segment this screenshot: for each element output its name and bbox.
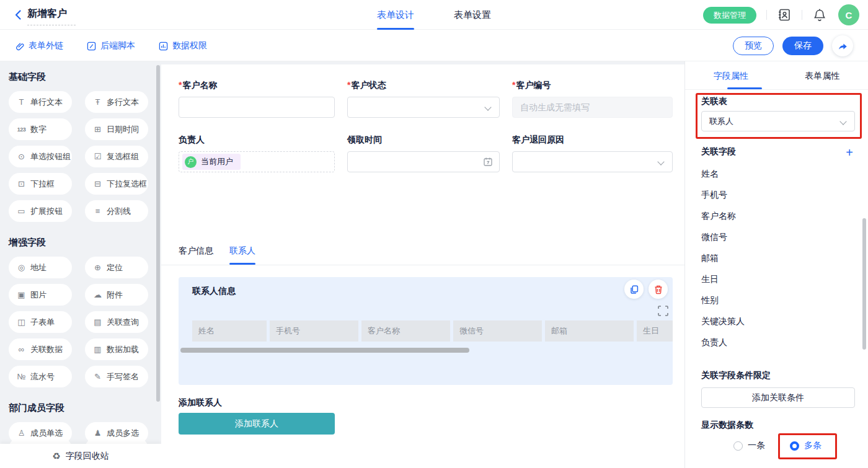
- relation-field-item[interactable]: 微信号: [701, 226, 745, 247]
- selection-corners-icon[interactable]: [658, 306, 668, 316]
- display-count-radios: 一条 多条: [685, 440, 868, 459]
- tab-form-design[interactable]: 表单设计: [377, 0, 414, 30]
- relation-field-item[interactable]: 负责人: [701, 332, 745, 353]
- field-item-signature[interactable]: ✎手写签名: [85, 366, 148, 387]
- relation-field-item[interactable]: 关键决策人: [701, 311, 745, 332]
- recycle-icon: ♻: [52, 451, 60, 462]
- relation-field-item[interactable]: 客户名称: [701, 205, 745, 226]
- add-field-plus-icon[interactable]: +: [846, 146, 853, 159]
- field-item-number[interactable]: 123数字: [9, 118, 72, 140]
- field-item-checkbox-group[interactable]: ☑复选框组: [85, 146, 148, 167]
- customer-code-input: 自动生成无需填写: [512, 97, 673, 118]
- calendar-icon: ⊞: [92, 125, 103, 134]
- form-field-claim-time[interactable]: 领取时间: [347, 135, 500, 172]
- dropdown-icon: ⊡: [16, 179, 27, 188]
- form-field-customer-status[interactable]: 客户状态: [347, 80, 500, 118]
- radio-multiple[interactable]: 多条: [790, 440, 822, 451]
- tab-field-properties[interactable]: 字段属性: [685, 61, 777, 89]
- radio-single[interactable]: 一条: [733, 440, 765, 451]
- tab-contacts[interactable]: 联系人: [229, 245, 255, 265]
- signature-icon: ✎: [92, 372, 103, 381]
- field-library-sidebar: 基础字段 T单行文本 Ŧ多行文本 123数字 ⊞日期时间 ⊙单选按钮组 ☑复选框…: [0, 61, 161, 468]
- tab-form-settings[interactable]: 表单设置: [454, 0, 491, 30]
- customer-status-select[interactable]: [347, 97, 500, 118]
- section-title-member-fields: 部门成员字段: [9, 402, 161, 414]
- field-item-single-text[interactable]: T单行文本: [9, 91, 72, 113]
- field-item-radio-group[interactable]: ⊙单选按钮组: [9, 146, 72, 167]
- relation-field-item[interactable]: 姓名: [701, 163, 745, 184]
- relation-field-item[interactable]: 生日: [701, 268, 745, 289]
- field-item-address[interactable]: ◎地址: [9, 257, 72, 278]
- relation-field-item[interactable]: 邮箱: [701, 247, 745, 268]
- field-recycle-bin[interactable]: ♻ 字段回收站: [0, 444, 161, 468]
- column-header[interactable]: 生日: [637, 320, 673, 342]
- tab-customer-info[interactable]: 客户信息: [179, 245, 213, 265]
- data-manage-button[interactable]: 数据管理: [703, 7, 756, 24]
- relation-field-item[interactable]: 手机号: [701, 184, 745, 205]
- column-header[interactable]: 微信号: [453, 320, 542, 342]
- field-item-data-load[interactable]: ▥数据加载: [85, 338, 148, 360]
- image-icon: ▣: [16, 290, 27, 299]
- properties-scrollbar[interactable]: [862, 218, 866, 350]
- contact-subform-panel[interactable]: 联系人信息 姓名 手机号 客户名称 微信号 邮箱 生日: [179, 277, 673, 385]
- copy-button[interactable]: [624, 280, 644, 299]
- subform-icon: ◫: [16, 317, 27, 327]
- field-item-datetime[interactable]: ⊞日期时间: [85, 118, 148, 140]
- return-reason-select[interactable]: [512, 151, 673, 172]
- external-link-icon: [15, 42, 24, 51]
- field-item-image[interactable]: ▣图片: [9, 284, 72, 306]
- contact-book-icon[interactable]: [777, 7, 792, 22]
- form-toolbar: 表单外链 后端脚本 数据权限 预览 保存: [0, 30, 868, 61]
- form-field-owner[interactable]: 负责人 户 当前用户: [179, 135, 335, 172]
- backend-script-link[interactable]: 后端脚本: [87, 40, 135, 51]
- user-avatar[interactable]: C: [838, 4, 859, 25]
- relation-table-select[interactable]: 联系人: [701, 111, 855, 131]
- field-item-relation-data[interactable]: ∞关联数据: [9, 338, 72, 360]
- data-load-icon: ▥: [92, 345, 103, 354]
- relation-field-item[interactable]: 性别: [701, 289, 745, 311]
- member-multi-icon: ♟: [92, 428, 103, 438]
- share-button[interactable]: [832, 35, 853, 56]
- divider-icon: ≡: [92, 206, 103, 216]
- user-tag-person-icon: 户: [185, 156, 197, 168]
- save-button[interactable]: 保存: [782, 37, 823, 55]
- field-item-subform[interactable]: ◫子表单: [9, 311, 72, 333]
- relation-fields-list: 姓名 手机号 客户名称 微信号 邮箱 生日 性别 关键决策人 负责人: [701, 163, 745, 353]
- add-contact-button[interactable]: 添加联系人: [179, 413, 335, 435]
- customer-name-input[interactable]: [179, 97, 335, 118]
- form-canvas: 客户名称 客户状态 客户编号 自动生成无需填写 负责人 户 当前用户: [161, 61, 684, 468]
- single-text-icon: T: [16, 97, 27, 107]
- number-icon: 123: [16, 126, 27, 133]
- form-field-customer-code[interactable]: 客户编号 自动生成无需填写: [512, 80, 673, 118]
- owner-field-box[interactable]: 户 当前用户: [179, 151, 335, 172]
- claim-time-date-input[interactable]: [347, 151, 500, 172]
- divider: [802, 10, 802, 20]
- field-item-multi-dropdown[interactable]: ⊟下拉复选框: [85, 173, 148, 195]
- notification-bell-icon[interactable]: [812, 7, 827, 22]
- delete-button[interactable]: [649, 280, 668, 299]
- member-single-icon: ♙: [16, 428, 27, 438]
- data-permission-link[interactable]: 数据权限: [159, 40, 207, 51]
- field-item-extend-button[interactable]: ▭扩展按钮: [9, 200, 72, 222]
- field-item-attachment[interactable]: ☁附件: [85, 284, 148, 306]
- column-header[interactable]: 姓名: [192, 320, 267, 342]
- column-header[interactable]: 客户名称: [361, 320, 450, 342]
- field-item-divider[interactable]: ≡分割线: [85, 200, 148, 222]
- sidebar-scrollbar[interactable]: [156, 65, 160, 402]
- radio-group-icon: ⊙: [16, 152, 27, 161]
- field-item-locate[interactable]: ⊕定位: [85, 257, 148, 278]
- field-item-relation-query[interactable]: ▤关联查询: [85, 311, 148, 333]
- field-item-serial-number[interactable]: №流水号: [9, 366, 72, 387]
- field-item-dropdown[interactable]: ⊡下拉框: [9, 173, 72, 195]
- add-condition-button[interactable]: 添加关联条件: [701, 387, 855, 408]
- form-field-return-reason[interactable]: 客户退回原因: [512, 135, 673, 172]
- form-field-customer-name[interactable]: 客户名称: [179, 80, 335, 118]
- tab-form-properties[interactable]: 表单属性: [777, 61, 868, 89]
- column-header[interactable]: 邮箱: [545, 320, 634, 342]
- preview-button[interactable]: 预览: [733, 37, 774, 55]
- field-item-multi-text[interactable]: Ŧ多行文本: [85, 91, 148, 113]
- horizontal-scrollbar[interactable]: [180, 348, 469, 353]
- column-header[interactable]: 手机号: [270, 320, 358, 342]
- form-external-link[interactable]: 表单外链: [15, 40, 63, 51]
- share-arrow-icon: [837, 40, 848, 51]
